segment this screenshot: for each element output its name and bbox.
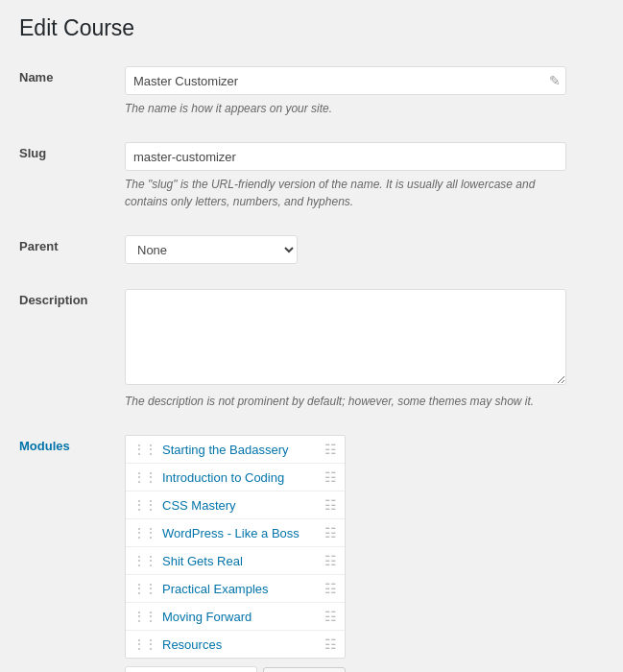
name-input[interactable] (125, 66, 566, 95)
drag-handle-icon[interactable]: ⋮⋮ (133, 610, 156, 623)
delete-icon[interactable]: ☷ (324, 442, 337, 457)
page-title: Edit Course (19, 15, 604, 41)
add-module-button[interactable]: Add Module (263, 667, 346, 672)
add-module-row: Add Module (125, 666, 346, 672)
module-name[interactable]: Resources (162, 637, 319, 652)
parent-label: Parent (19, 239, 58, 253)
delete-icon[interactable]: ☷ (324, 609, 337, 624)
modules-list: ⋮⋮ Starting the Badassery ☷ ⋮⋮ Introduct… (125, 435, 346, 659)
list-item: ⋮⋮ Starting the Badassery ☷ (126, 436, 345, 464)
delete-icon[interactable]: ☷ (324, 553, 337, 568)
slug-label: Slug (19, 146, 46, 160)
list-item: ⋮⋮ Moving Forward ☷ (126, 603, 345, 631)
list-item: ⋮⋮ Shit Gets Real ☷ (126, 547, 345, 575)
drag-handle-icon[interactable]: ⋮⋮ (133, 498, 156, 512)
module-name[interactable]: CSS Mastery (162, 498, 319, 513)
list-item: ⋮⋮ Resources ☷ (126, 631, 345, 658)
list-item: ⋮⋮ CSS Mastery ☷ (126, 492, 345, 519)
drag-handle-icon[interactable]: ⋮⋮ (133, 582, 156, 595)
slug-hint: The "slug" is the URL-friendly version o… (125, 176, 566, 210)
delete-icon[interactable]: ☷ (324, 469, 337, 485)
delete-icon[interactable]: ☷ (324, 525, 337, 540)
description-textarea[interactable] (125, 289, 566, 385)
module-name[interactable]: Shit Gets Real (162, 554, 319, 568)
module-name[interactable]: Starting the Badassery (162, 443, 319, 457)
delete-icon[interactable]: ☷ (324, 636, 337, 652)
drag-handle-icon[interactable]: ⋮⋮ (133, 526, 156, 540)
module-name[interactable]: Practical Examples (162, 582, 319, 596)
list-item: ⋮⋮ Introduction to Coding ☷ (126, 464, 345, 492)
module-name[interactable]: Introduction to Coding (162, 470, 319, 485)
delete-icon[interactable]: ☷ (324, 581, 337, 596)
edit-icon: ✎ (549, 73, 561, 88)
parent-select[interactable]: None (125, 235, 298, 264)
modules-label: Modules (19, 439, 70, 453)
add-module-input[interactable] (125, 666, 257, 672)
slug-input[interactable] (125, 142, 566, 171)
drag-handle-icon[interactable]: ⋮⋮ (133, 637, 156, 651)
delete-icon[interactable]: ☷ (324, 497, 337, 513)
description-label: Description (19, 293, 88, 307)
module-name[interactable]: Moving Forward (162, 610, 319, 624)
name-label: Name (19, 70, 53, 84)
drag-handle-icon[interactable]: ⋮⋮ (133, 554, 156, 567)
list-item: ⋮⋮ WordPress - Like a Boss ☷ (126, 519, 345, 547)
drag-handle-icon[interactable]: ⋮⋮ (133, 470, 156, 484)
name-hint: The name is how it appears on your site. (125, 100, 566, 117)
description-hint: The description is not prominent by defa… (125, 393, 566, 410)
drag-handle-icon[interactable]: ⋮⋮ (133, 443, 156, 456)
list-item: ⋮⋮ Practical Examples ☷ (126, 575, 345, 603)
module-name[interactable]: WordPress - Like a Boss (162, 526, 319, 540)
